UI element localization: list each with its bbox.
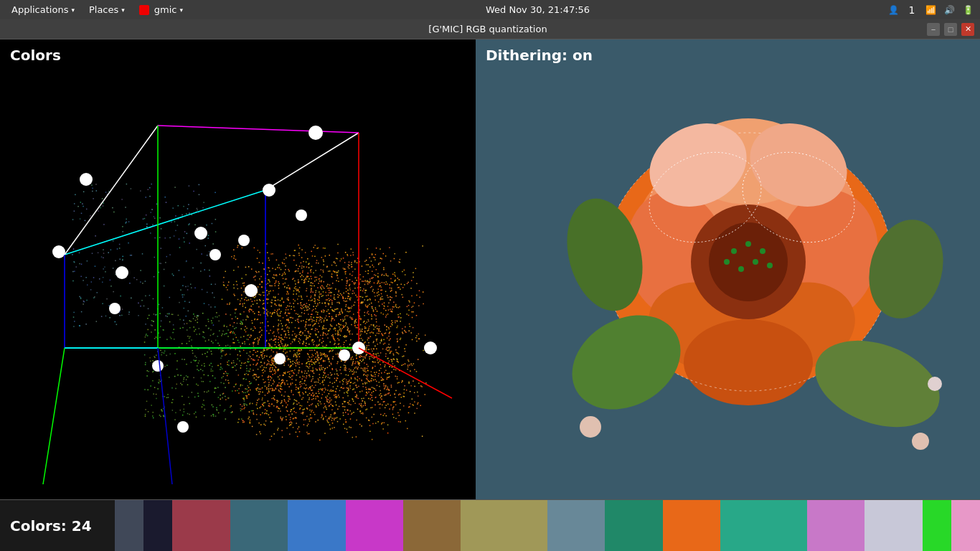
window-controls: − □ ✕	[927, 23, 974, 36]
svg-point-58	[580, 416, 601, 438]
title-bar: [G'MIC] RGB quantization − □ ✕	[0, 19, 980, 39]
palette-swatch-22[interactable]	[749, 500, 778, 551]
minimize-button[interactable]: −	[927, 23, 940, 36]
places-arrow: ▾	[121, 6, 125, 14]
left-panel: Colors	[0, 39, 476, 499]
svg-point-22	[263, 184, 275, 197]
svg-point-16	[152, 360, 164, 372]
svg-point-43	[684, 319, 813, 405]
right-panel: Dithering: on	[476, 39, 980, 499]
svg-point-60	[928, 377, 942, 391]
palette-swatch-9[interactable]	[374, 500, 403, 551]
palette-swatch-0[interactable]	[115, 500, 143, 551]
svg-point-24	[308, 126, 323, 140]
palette-swatch-17[interactable]	[605, 500, 633, 551]
applications-menu[interactable]: Applications ▾	[6, 3, 80, 17]
palette-swatch-2[interactable]	[172, 500, 201, 551]
svg-point-18	[194, 227, 207, 240]
palette-swatch-8[interactable]	[346, 500, 374, 551]
svg-point-27	[274, 353, 286, 364]
svg-point-19	[209, 249, 221, 260]
svg-line-3	[158, 126, 359, 133]
svg-point-13	[52, 245, 65, 258]
dithering-label: Dithering: on	[486, 47, 593, 64]
palette-swatch-28[interactable]	[923, 500, 951, 551]
svg-point-48	[760, 248, 765, 254]
palette-label: Colors: 24	[0, 500, 115, 551]
places-label: Places	[89, 4, 118, 15]
palette-swatch-11[interactable]	[432, 500, 461, 551]
svg-point-17	[177, 421, 189, 433]
palette-swatch-5[interactable]	[259, 500, 288, 551]
svg-point-15	[109, 303, 121, 314]
palette-swatch-19[interactable]	[663, 500, 692, 551]
flower-image	[476, 39, 980, 499]
places-menu[interactable]: Places ▾	[83, 3, 131, 17]
palette-swatch-24[interactable]	[807, 500, 836, 551]
palette-swatch-27[interactable]	[893, 500, 922, 551]
svg-point-59	[912, 433, 929, 450]
palette-swatch-7[interactable]	[316, 500, 345, 551]
maximize-button[interactable]: □	[944, 23, 957, 36]
svg-point-12	[80, 173, 93, 186]
datetime-text: Wed Nov 30, 21:47:56	[486, 4, 590, 15]
palette-swatch-4[interactable]	[230, 500, 259, 551]
palette-swatch-20[interactable]	[692, 500, 720, 551]
people-icon: 👤	[887, 4, 900, 17]
svg-point-21	[245, 284, 258, 297]
palette-swatch-14[interactable]	[519, 500, 547, 551]
palette-swatch-29[interactable]	[951, 500, 980, 551]
svg-line-1	[65, 190, 265, 255]
palette-swatch-18[interactable]	[634, 500, 663, 551]
cube-svg	[0, 39, 476, 499]
svg-point-47	[745, 241, 751, 247]
datetime-display: Wed Nov 30, 21:47:56	[486, 4, 590, 15]
palette-swatch-12[interactable]	[461, 500, 489, 551]
svg-point-25	[339, 349, 350, 361]
palette-swatch-3[interactable]	[202, 500, 230, 551]
svg-line-31	[158, 348, 172, 484]
bottom-palette-bar: Colors: 24	[0, 499, 980, 551]
svg-point-20	[238, 235, 250, 246]
svg-line-0	[265, 133, 359, 190]
applications-label: Applications	[11, 4, 68, 15]
svg-point-14	[116, 266, 128, 279]
gmic-arrow: ▾	[180, 6, 184, 14]
palette-swatch-23[interactable]	[778, 500, 807, 551]
gmic-label: gmic	[154, 4, 177, 15]
gmic-icon	[139, 5, 149, 15]
palette-swatch-10[interactable]	[403, 500, 432, 551]
sys-left: Applications ▾ Places ▾ gmic ▾	[6, 3, 189, 17]
palette-swatches	[115, 500, 980, 551]
network-icon: 1	[905, 4, 918, 17]
palette-swatch-26[interactable]	[864, 500, 893, 551]
palette-swatch-1[interactable]	[143, 500, 172, 551]
close-button[interactable]: ✕	[961, 23, 974, 36]
palette-swatch-13[interactable]	[490, 500, 519, 551]
svg-point-28	[424, 342, 437, 354]
battery-icon: 🔋	[961, 4, 974, 17]
svg-line-29	[43, 348, 65, 484]
palette-swatch-21[interactable]	[720, 500, 749, 551]
palette-swatch-25[interactable]	[836, 500, 864, 551]
main-content: Colors	[0, 39, 980, 499]
palette-swatch-15[interactable]	[547, 500, 576, 551]
palette-swatch-6[interactable]	[288, 500, 316, 551]
gmic-menu[interactable]: gmic ▾	[133, 3, 189, 17]
svg-line-30	[359, 348, 452, 398]
svg-line-4	[65, 126, 158, 255]
svg-point-52	[767, 263, 773, 268]
svg-point-51	[753, 259, 758, 265]
svg-point-45	[709, 222, 788, 301]
wifi-icon: 📶	[924, 4, 937, 17]
window-title: [G'MIC] RGB quantization	[49, 24, 927, 34]
svg-point-49	[724, 259, 730, 265]
colors-panel-label: Colors	[10, 47, 61, 64]
svg-point-50	[738, 266, 744, 272]
palette-swatch-16[interactable]	[576, 500, 605, 551]
applications-arrow: ▾	[71, 6, 75, 14]
sys-right: 👤 1 📶 🔊 🔋	[887, 4, 974, 17]
volume-icon: 🔊	[943, 4, 956, 17]
system-bar: Applications ▾ Places ▾ gmic ▾ Wed Nov 3…	[0, 0, 980, 19]
svg-point-46	[731, 248, 737, 254]
